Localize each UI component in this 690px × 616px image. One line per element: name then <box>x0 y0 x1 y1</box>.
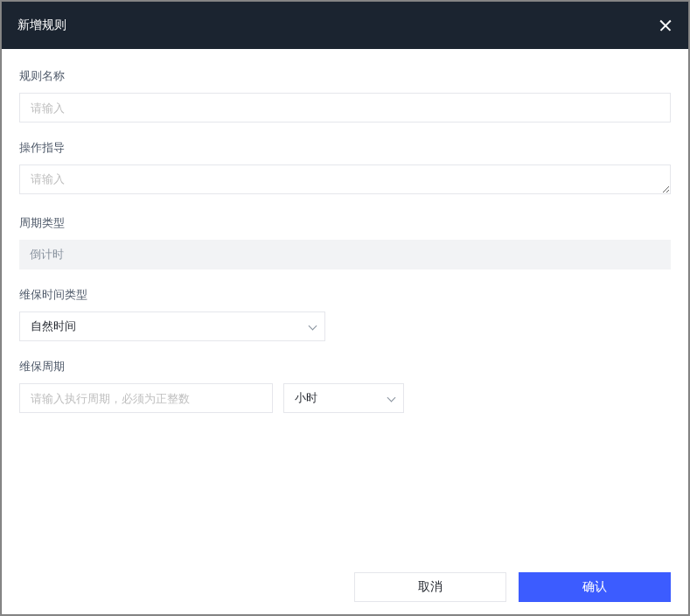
modal-title: 新增规则 <box>17 18 66 33</box>
cycle-type-group: 周期类型 倒计时 <box>19 215 671 270</box>
add-rule-modal: 新增规则 规则名称 操作指导 周期类型 倒计时 维保时间类型 自然时间 维 <box>2 2 688 614</box>
modal-footer: 取消 确认 <box>2 560 688 614</box>
operation-guide-input[interactable] <box>19 164 671 194</box>
maintenance-time-type-label: 维保时间类型 <box>19 287 671 303</box>
maintenance-cycle-input[interactable] <box>19 383 273 413</box>
maintenance-cycle-label: 维保周期 <box>19 359 671 374</box>
cycle-type-value: 倒计时 <box>19 240 671 270</box>
operation-guide-label: 操作指导 <box>19 140 671 156</box>
maintenance-time-type-selected: 自然时间 <box>31 318 76 334</box>
modal-header: 新增规则 <box>2 2 688 49</box>
maintenance-cycle-unit: 小时 <box>295 390 317 406</box>
maintenance-time-type-group: 维保时间类型 自然时间 <box>19 287 671 341</box>
rule-name-label: 规则名称 <box>19 68 671 84</box>
rule-name-input[interactable] <box>19 93 671 122</box>
operation-guide-group: 操作指导 <box>19 140 671 198</box>
maintenance-cycle-unit-select[interactable]: 小时 <box>283 383 404 413</box>
close-icon[interactable] <box>659 18 673 32</box>
rule-name-group: 规则名称 <box>19 68 671 122</box>
cancel-button[interactable]: 取消 <box>354 572 506 602</box>
maintenance-time-type-select[interactable]: 自然时间 <box>19 312 325 341</box>
confirm-button[interactable]: 确认 <box>519 572 671 602</box>
cycle-type-label: 周期类型 <box>19 215 671 231</box>
modal-body: 规则名称 操作指导 周期类型 倒计时 维保时间类型 自然时间 维保周期 <box>2 49 688 560</box>
maintenance-cycle-group: 维保周期 小时 <box>19 359 671 413</box>
